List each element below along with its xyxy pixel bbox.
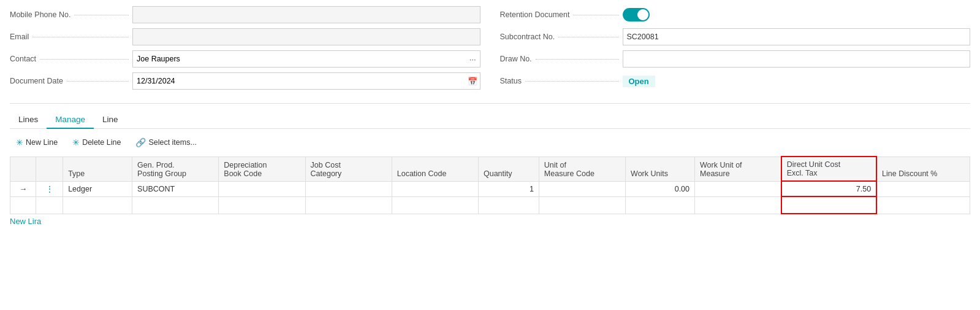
subcontract-row: Subcontract No. — [500, 27, 971, 47]
row-drag-handle[interactable]: ⋮ — [36, 181, 63, 196]
row-gen-prod[interactable]: SUBCONT — [132, 181, 219, 196]
form-col-left: Mobile Phone No. Email Contact ··· Docum… — [10, 5, 481, 93]
col-header-type: Type — [63, 157, 132, 181]
email-row: Email — [10, 27, 481, 47]
status-badge: Open — [623, 76, 655, 87]
row-loc-code[interactable] — [392, 181, 478, 196]
col-header-work-units: Work Units — [626, 157, 695, 181]
row-line-disc[interactable] — [876, 181, 970, 196]
calendar-icon[interactable]: 📅 — [465, 73, 480, 89]
toolbar: ✳ New Line ✳ Delete Line 🔗 Select items.… — [10, 135, 970, 150]
row-dep-book[interactable] — [219, 181, 305, 196]
row-direct-cost[interactable]: 7.50 — [781, 181, 876, 196]
row-arrow: → — [10, 181, 36, 196]
table-row: → ⋮ Ledger SUBCONT — [10, 181, 970, 196]
draw-label: Draw No. — [500, 55, 623, 63]
table-header-row: Type Gen. Prod.Posting Group Depreciatio… — [10, 157, 970, 181]
row-uom-code[interactable] — [539, 181, 625, 196]
contact-input-wrapper: ··· — [132, 50, 481, 68]
delete-line-button[interactable]: ✳ Delete Line — [66, 135, 127, 150]
col-header-loc-code: Location Code — [392, 157, 478, 181]
email-label: Email — [10, 33, 132, 41]
new-line-icon: ✳ — [16, 138, 23, 147]
col-header-uom-code: Unit ofMeasure Code — [539, 157, 625, 181]
row-work-uom[interactable] — [695, 181, 781, 196]
currency-label: New Lira — [10, 217, 41, 226]
doc-date-label: Document Date — [10, 77, 132, 85]
col-header-gen-prod: Gen. Prod.Posting Group — [132, 157, 219, 181]
col-header-handle — [36, 157, 63, 181]
doc-date-input-wrapper: 📅 — [132, 72, 481, 90]
tab-lines[interactable]: Lines — [10, 111, 47, 129]
retention-row: Retention Document — [500, 5, 971, 25]
row-quantity[interactable]: 1 — [478, 181, 539, 196]
row-job-cost[interactable] — [305, 181, 392, 196]
col-header-quantity: Quantity — [478, 157, 539, 181]
subcontract-input[interactable] — [623, 28, 971, 45]
tab-manage[interactable]: Manage — [47, 111, 94, 129]
tabs-row: Lines Manage Line — [10, 111, 970, 129]
col-header-work-uom: Work Unit ofMeasure — [695, 157, 781, 181]
toggle-track — [623, 8, 650, 21]
currency-row: New Lira — [10, 217, 970, 226]
tab-line[interactable]: Line — [94, 111, 127, 129]
doc-date-input[interactable] — [133, 76, 465, 87]
mobile-row: Mobile Phone No. — [10, 5, 481, 25]
toggle-thumb — [637, 9, 648, 20]
table-empty-row — [10, 196, 970, 214]
new-line-button[interactable]: ✳ New Line — [10, 135, 64, 150]
status-label: Status — [500, 77, 623, 85]
col-header-direct-cost: Direct Unit CostExcl. Tax — [781, 157, 876, 181]
select-items-icon: 🔗 — [135, 138, 146, 147]
select-items-button[interactable]: 🔗 Select items... — [129, 135, 203, 150]
row-type[interactable]: Ledger — [63, 181, 132, 196]
retention-toggle[interactable] — [623, 8, 650, 21]
contact-input[interactable] — [133, 53, 466, 64]
main-container: Mobile Phone No. Email Contact ··· Docum… — [0, 0, 980, 310]
form-col-right: Retention Document Subcontract No. Draw … — [500, 5, 971, 93]
doc-date-row: Document Date 📅 — [10, 71, 481, 91]
col-header-dep-book: DepreciationBook Code — [219, 157, 305, 181]
col-header-line-disc: Line Discount % — [876, 157, 970, 181]
contact-row: Contact ··· — [10, 49, 481, 69]
email-input[interactable] — [132, 28, 481, 45]
retention-toggle-container — [623, 8, 971, 21]
data-table: Type Gen. Prod.Posting Group Depreciatio… — [10, 156, 970, 214]
draw-row: Draw No. — [500, 49, 971, 69]
mobile-label: Mobile Phone No. — [10, 10, 132, 19]
mobile-input[interactable] — [132, 6, 481, 23]
col-header-job-cost: Job CostCategory — [305, 157, 392, 181]
contact-ellipsis-btn[interactable]: ··· — [466, 55, 480, 64]
draw-input[interactable] — [623, 50, 971, 68]
retention-label: Retention Document — [500, 10, 623, 19]
delete-line-icon: ✳ — [72, 138, 80, 147]
subcontract-label: Subcontract No. — [500, 33, 623, 41]
col-header-arrow — [10, 157, 36, 181]
status-row: Status Open — [500, 71, 971, 91]
form-section: Mobile Phone No. Email Contact ··· Docum… — [10, 5, 970, 93]
contact-label: Contact — [10, 55, 132, 63]
divider — [10, 103, 970, 104]
row-work-units[interactable]: 0.00 — [626, 181, 695, 196]
